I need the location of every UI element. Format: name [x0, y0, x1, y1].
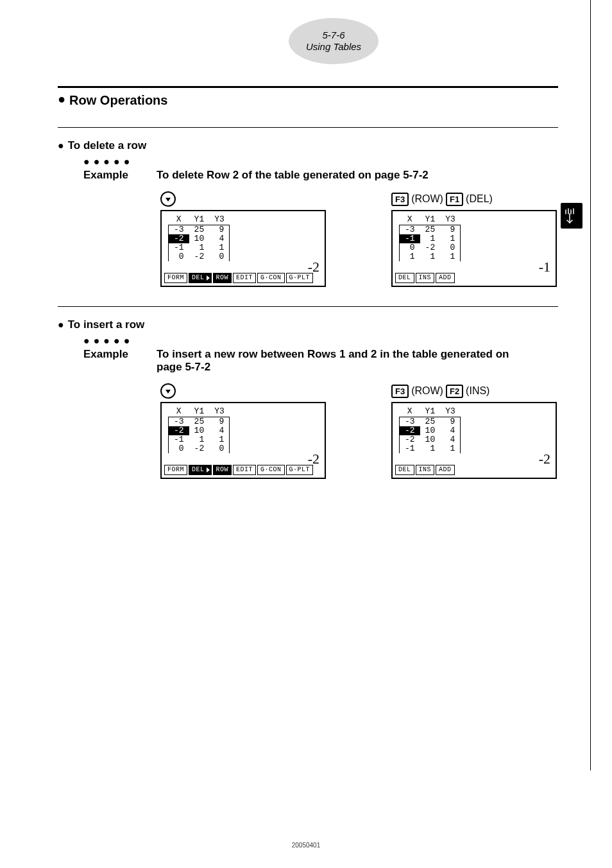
- delete-heading: ●To delete a row: [58, 139, 558, 152]
- cell: -2: [189, 252, 210, 261]
- example-label: Example: [83, 348, 141, 374]
- cell: 0: [209, 252, 230, 261]
- cell: 1: [440, 252, 461, 261]
- cursor-down-key: [160, 191, 176, 207]
- cell: 4: [209, 426, 230, 435]
- cursor-down-key: [160, 383, 176, 399]
- current-value: -2: [539, 455, 550, 464]
- cell: 1: [400, 252, 420, 261]
- cell: 25: [420, 417, 441, 427]
- cell: 25: [189, 225, 210, 235]
- tab-row: ROW: [213, 465, 232, 475]
- right-margin-rule: [590, 0, 591, 770]
- cell: 9: [440, 225, 461, 235]
- cell: -1: [400, 444, 420, 453]
- cell: 0: [209, 444, 230, 453]
- cell: 0: [169, 444, 189, 453]
- svg-marker-7: [166, 198, 171, 202]
- tab-del: DEL: [395, 465, 414, 475]
- key-sequence-down: [160, 383, 327, 399]
- tab-form: FORM: [164, 465, 187, 475]
- example-label: Example: [83, 169, 141, 182]
- cell: 9: [209, 417, 230, 427]
- current-value: -2: [308, 263, 319, 272]
- header-section: Using Tables: [289, 41, 378, 53]
- cell: 1: [440, 234, 461, 243]
- cell: 0: [440, 243, 461, 252]
- tab-row: ROW: [213, 273, 232, 283]
- calc-screen-delete-after: X Y1 Y3 -3259 -111 0-20 111 -1 DEL: [391, 210, 557, 287]
- cell: -2: [420, 243, 441, 252]
- col-y1: Y1: [420, 407, 441, 417]
- cell: 10: [420, 426, 441, 435]
- calc-screen-insert-after: X Y1 Y3 -3259 -2104 -2104 -111 -2 DEL: [391, 402, 557, 479]
- cell: 9: [209, 225, 230, 235]
- col-y1: Y1: [189, 407, 210, 417]
- cell: 1: [209, 243, 230, 252]
- rule-2: [58, 306, 558, 307]
- f3-key: F3: [391, 385, 409, 398]
- cell: 4: [440, 435, 461, 444]
- example-text: To delete Row 2 of the table generated o…: [157, 169, 429, 182]
- tab-ins: INS: [416, 273, 435, 283]
- f2-key: F2: [446, 385, 463, 398]
- current-value: -1: [539, 263, 550, 272]
- cell: -1: [169, 243, 189, 252]
- soft-tabs: DEL INS ADD: [395, 273, 553, 283]
- bullet-icon: ●: [58, 92, 65, 106]
- dots-separator: ●●●●●: [83, 335, 558, 347]
- cell: 4: [440, 426, 461, 435]
- cell-selected: -2: [169, 234, 189, 243]
- col-y3: Y3: [440, 407, 461, 417]
- key-label: (ROW): [411, 385, 443, 397]
- cell: -3: [169, 225, 189, 235]
- lcd-table: X Y1 Y3 -3259 -2104 -2104 -111: [399, 407, 461, 453]
- key-label: (DEL): [466, 193, 493, 205]
- key-sequence-down: [160, 191, 327, 207]
- cell: 25: [189, 417, 210, 427]
- cell-selected: -2: [169, 426, 189, 435]
- lcd-table: X Y1 Y3 -3259 -111 0-20 111: [399, 215, 461, 261]
- soft-tabs: DEL INS ADD: [395, 465, 553, 475]
- tab-gcon: G·CON: [257, 465, 285, 475]
- tab-add: ADD: [436, 465, 455, 475]
- col-x: X: [400, 215, 420, 225]
- dots-separator: ●●●●●: [83, 156, 558, 168]
- key-label: (INS): [466, 385, 489, 397]
- svg-marker-8: [166, 390, 171, 394]
- col-y3: Y3: [209, 407, 230, 417]
- cell-selected: -1: [400, 234, 420, 243]
- cell-selected: -2: [400, 426, 420, 435]
- f1-key: F1: [446, 193, 463, 206]
- col-y3: Y3: [440, 215, 461, 225]
- tab-edit: EDIT: [233, 465, 256, 475]
- tab-del: DEL: [189, 273, 212, 283]
- tab-form: FORM: [164, 273, 187, 283]
- f3-key: F3: [391, 193, 409, 206]
- header-oval: 5-7-6 Using Tables: [289, 18, 378, 64]
- cell: 1: [420, 252, 441, 261]
- title-text: Row Operations: [69, 93, 167, 107]
- key-sequence-row-ins: F3 (ROW) F2 (INS): [391, 383, 558, 399]
- side-tab-icon: [561, 203, 582, 229]
- tab-del: DEL: [395, 273, 414, 283]
- cell: 1: [420, 444, 441, 453]
- current-value: -2: [308, 455, 319, 464]
- insert-heading-text: To insert a row: [68, 318, 145, 331]
- cell: 4: [209, 234, 230, 243]
- cell: 1: [189, 243, 210, 252]
- lcd-table: X Y1 Y3 -3259 -2104 -111 0-20: [168, 215, 230, 261]
- soft-tabs: FORM DEL ROW EDIT G·CON G·PLT: [164, 273, 322, 283]
- tab-ins: INS: [416, 465, 435, 475]
- cell: 9: [440, 417, 461, 427]
- col-y3: Y3: [209, 215, 230, 225]
- cell: -1: [169, 435, 189, 444]
- cell: 10: [189, 234, 210, 243]
- cell: -3: [400, 225, 420, 235]
- tab-del: DEL: [189, 465, 212, 475]
- cell: 10: [420, 435, 441, 444]
- col-x: X: [169, 215, 189, 225]
- cell: 0: [169, 252, 189, 261]
- calc-screen-delete-before: X Y1 Y3 -3259 -2104 -111 0-20 -2 FORM: [160, 210, 326, 287]
- tab-add: ADD: [436, 273, 455, 283]
